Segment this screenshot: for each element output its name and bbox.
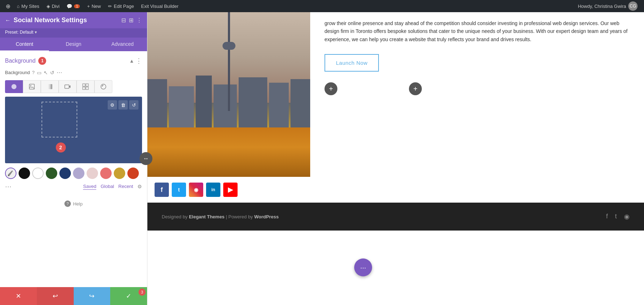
swatch-delete-button[interactable]: 🗑 (118, 100, 128, 110)
svg-rect-13 (214, 84, 237, 129)
youtube-icon[interactable]: ▶ (223, 183, 238, 197)
divi-menu[interactable]: ◈ Divi (43, 0, 63, 12)
swatch-reset-button[interactable]: ↺ (129, 100, 138, 110)
text-content-area: grow their online presence and stay ahea… (310, 12, 644, 177)
svg-point-2 (30, 85, 31, 86)
swatch-salmon[interactable] (100, 168, 112, 179)
svg-rect-15 (269, 83, 289, 129)
footer-instagram-icon[interactable]: ◉ (624, 213, 630, 221)
edit-page-button[interactable]: ✏ Edit Page (104, 0, 137, 12)
pencil-icon: ✏ (108, 4, 112, 9)
footer-twitter-icon[interactable]: t (615, 213, 617, 221)
help-tooltip-icon[interactable]: ? (32, 70, 34, 75)
wordpress-icon: ⊕ (6, 3, 10, 10)
device-icon[interactable]: ▭ (37, 70, 42, 76)
swatch-black[interactable] (19, 168, 30, 179)
bg-type-video[interactable] (59, 80, 77, 93)
swatch-red-orange[interactable] (127, 168, 139, 179)
save-button[interactable]: ✓ 3 (110, 287, 147, 305)
help-section[interactable]: ? Help (0, 193, 147, 210)
swatches-settings-icon[interactable]: ⚙ (137, 184, 142, 189)
exit-builder-button[interactable]: Exit Visual Builder (137, 0, 182, 12)
kebab-menu-icon[interactable]: ⋮ (136, 17, 142, 24)
bg-label-row: Background ? ▭ ↖ ↺ ⋯ (0, 68, 147, 79)
bottom-action-bar: ✕ ↩ ↪ ✓ 3 (0, 287, 147, 305)
home-icon: ⌂ (17, 4, 20, 9)
svg-point-0 (11, 84, 16, 89)
divi-icon: ◈ (47, 4, 50, 9)
bg-type-pattern[interactable] (77, 80, 94, 93)
collapse-icon[interactable]: ▲ (129, 58, 134, 64)
svg-rect-14 (239, 77, 267, 129)
avatar: CG (628, 1, 638, 11)
tab-content[interactable]: Content (0, 38, 49, 51)
tab-design[interactable]: Design (49, 38, 98, 51)
linkedin-icon[interactable]: in (206, 183, 220, 197)
bg-type-image[interactable] (23, 80, 41, 93)
svg-point-9 (8, 175, 9, 176)
resize-handle[interactable]: ↔ (140, 152, 152, 165)
svg-rect-8 (86, 87, 88, 89)
add-column-button-2[interactable]: + (409, 82, 422, 95)
swatch-light-pink[interactable] (87, 168, 98, 179)
plus-icon: + (87, 4, 90, 9)
instagram-icon[interactable]: ◉ (189, 183, 203, 197)
svg-rect-5 (83, 84, 85, 86)
tab-advanced[interactable]: Advanced (98, 38, 147, 51)
swatch-lavender[interactable] (73, 168, 84, 179)
cursor-icon[interactable]: ↖ (44, 70, 48, 76)
twitter-icon[interactable]: t (172, 183, 186, 197)
add-column-button-1[interactable]: + (325, 82, 337, 95)
social-icons-row: f t ◉ in ▶ (147, 177, 644, 203)
bg-type-gradient[interactable] (41, 80, 59, 93)
user-menu[interactable]: Howdy, Christina Gwira CG (574, 1, 641, 11)
my-sites-menu[interactable]: ⌂ My Sites (13, 0, 43, 12)
saved-tab[interactable]: Saved (83, 184, 96, 190)
undo-label-icon[interactable]: ↺ (50, 70, 54, 76)
comment-count: 1 (74, 4, 80, 8)
minimize-icon[interactable]: ⊟ (121, 17, 126, 24)
undo-button[interactable]: ↩ (37, 287, 74, 305)
global-tab[interactable]: Global (101, 184, 114, 189)
cn-tower-shaft (228, 12, 230, 111)
new-menu[interactable]: + New (83, 0, 104, 12)
swatch-settings-button[interactable]: ⚙ (108, 100, 117, 110)
swatch-white[interactable] (32, 168, 44, 179)
panel-header: ← Social Network Settings ⊟ ⊞ ⋮ (0, 12, 147, 28)
bg-type-color[interactable] (5, 80, 23, 93)
swatches-more-icon[interactable]: ⋯ (5, 183, 11, 190)
page-content: grow their online presence and stay ahea… (147, 12, 644, 305)
preset-bar[interactable]: Preset: Default ▾ (0, 28, 147, 38)
fab-icon: ··· (360, 263, 366, 272)
cn-tower-pod (223, 42, 235, 50)
redo-button[interactable]: ↪ (74, 287, 111, 305)
launch-now-button[interactable]: Launch Now (325, 54, 379, 72)
facebook-icon[interactable]: f (155, 183, 169, 197)
swatch-gold[interactable] (114, 168, 125, 179)
help-label: Help (73, 201, 83, 207)
svg-rect-11 (169, 86, 194, 129)
back-button[interactable]: ← (5, 17, 11, 24)
section-title: Background (5, 58, 35, 64)
wp-logo[interactable]: ⊕ (3, 0, 13, 12)
recent-tab[interactable]: Recent (118, 184, 133, 189)
tab-bar: Content Design Advanced (0, 38, 147, 51)
help-icon: ? (64, 200, 71, 207)
grid-icon[interactable]: ⊞ (129, 17, 133, 24)
cancel-button[interactable]: ✕ (0, 287, 37, 305)
color-picker-button[interactable] (5, 168, 16, 179)
color-swatch-border (42, 102, 77, 137)
color-preview-area[interactable]: ⚙ 🗑 ↺ 2 (5, 97, 142, 163)
swatch-dark-green[interactable] (46, 168, 57, 179)
svg-rect-12 (196, 76, 212, 129)
svg-rect-1 (29, 84, 34, 89)
swatch-action-buttons: ⚙ 🗑 ↺ (108, 100, 138, 110)
comments-menu[interactable]: 💬 1 (63, 0, 83, 12)
fab-button[interactable]: ··· (354, 258, 372, 276)
more-options-icon[interactable]: ⋯ (57, 69, 62, 76)
section-options-icon[interactable]: ⋮ (136, 58, 142, 64)
swatch-dark-blue[interactable] (59, 168, 71, 179)
bg-type-mask[interactable] (94, 80, 112, 93)
admin-bar: ⊕ ⌂ My Sites ◈ Divi 💬 1 + New ✏ Edit Pag… (0, 0, 644, 12)
footer-facebook-icon[interactable]: f (606, 213, 608, 221)
